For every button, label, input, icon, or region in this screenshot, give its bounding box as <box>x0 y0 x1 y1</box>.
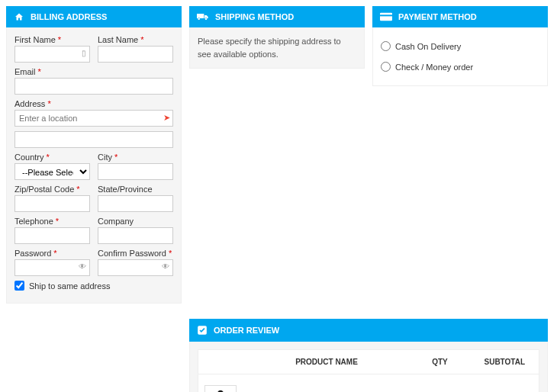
address-field[interactable] <box>14 110 173 127</box>
home-icon <box>14 12 24 21</box>
shipping-message: Please specify the shipping address to s… <box>198 35 356 60</box>
country-select[interactable]: --Please Select-- <box>14 163 90 180</box>
label-city: City <box>98 153 173 162</box>
truck-icon <box>197 12 209 21</box>
label-state: State/Province <box>98 185 173 194</box>
svg-rect-0 <box>380 13 392 21</box>
label-address: Address <box>14 99 173 108</box>
label-company: Company <box>98 217 173 226</box>
review-body: PRODUCT NAME QTY SUBTOTAL Strive Shoulde… <box>189 342 548 392</box>
col-name: PRODUCT NAME <box>244 350 410 374</box>
location-icon[interactable]: ➤ <box>163 113 170 123</box>
state-field[interactable] <box>98 195 173 212</box>
telephone-field[interactable] <box>14 227 90 244</box>
ship-same-checkbox[interactable] <box>14 281 24 291</box>
review-title: ORDER REVIEW <box>214 326 279 335</box>
label-email: Email <box>14 67 173 76</box>
billing-body: First Name ▯ Last Name Email <box>6 27 182 304</box>
eye-icon[interactable]: 👁 <box>79 262 86 271</box>
cod-label: Cash On Delivery <box>395 42 461 51</box>
payment-title: PAYMENT METHOD <box>398 12 477 21</box>
eye-icon[interactable]: 👁 <box>162 262 169 271</box>
last-name-field[interactable] <box>98 46 173 63</box>
zip-field[interactable] <box>14 195 90 212</box>
payment-header: PAYMENT METHOD <box>372 6 548 27</box>
email-field[interactable] <box>14 78 173 95</box>
label-first-name: First Name <box>14 35 90 44</box>
card-icon <box>380 12 392 21</box>
review-table: PRODUCT NAME QTY SUBTOTAL Strive Shoulde… <box>198 349 539 392</box>
shipping-body: Please specify the shipping address to s… <box>189 27 365 69</box>
label-password: Password <box>14 249 90 258</box>
contact-icon: ▯ <box>82 49 86 57</box>
ship-same-label: Ship to same address <box>29 281 110 291</box>
review-header: ORDER REVIEW <box>189 319 548 342</box>
address2-field[interactable] <box>14 131 173 148</box>
svg-rect-1 <box>380 14 392 16</box>
label-zip: Zip/Postal Code <box>14 185 90 194</box>
shipping-panel: SHIPPING METHOD Please specify the shipp… <box>189 6 365 69</box>
city-field[interactable] <box>98 163 173 180</box>
company-field[interactable] <box>98 227 173 244</box>
payment-body: Cash On Delivery Check / Money order <box>372 27 548 86</box>
review-panel: ORDER REVIEW PRODUCT NAME QTY SUBTOTAL <box>189 319 548 392</box>
shipping-header: SHIPPING METHOD <box>189 6 365 27</box>
label-telephone: Telephone <box>14 217 90 226</box>
billing-panel: BILLING ADDRESS First Name ▯ Last Name <box>6 6 182 304</box>
shipping-title: SHIPPING METHOD <box>215 12 294 21</box>
label-last-name: Last Name <box>98 35 173 44</box>
payment-panel: PAYMENT METHOD Cash On Delivery Check / … <box>372 6 548 86</box>
billing-header: BILLING ADDRESS <box>6 6 182 27</box>
check-radio[interactable] <box>381 62 391 72</box>
label-confirm: Confirm Password <box>98 249 173 258</box>
table-row: Strive Shoulder Pack − + $32.00 ✕ <box>198 374 539 393</box>
cod-radio[interactable] <box>381 41 391 51</box>
billing-title: BILLING ADDRESS <box>31 12 107 21</box>
check-icon <box>197 325 208 336</box>
col-qty: QTY <box>410 350 471 374</box>
label-country: Country <box>14 153 90 162</box>
first-name-field[interactable] <box>14 46 90 63</box>
col-sub: SUBTOTAL <box>471 350 539 374</box>
product-image <box>204 385 237 392</box>
check-label: Check / Money order <box>395 63 473 72</box>
